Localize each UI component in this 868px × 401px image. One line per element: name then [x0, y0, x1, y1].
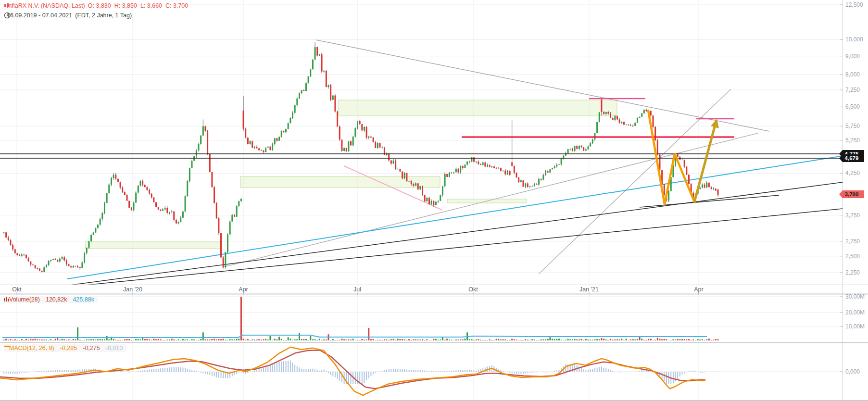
chart-canvas[interactable] — [0, 0, 868, 401]
volume-bar — [326, 339, 327, 340]
black-uptrend-main — [66, 182, 843, 286]
macd-hist-bar — [612, 371, 613, 372]
candle — [171, 212, 173, 212]
volume-bar — [198, 340, 200, 340]
candle — [534, 184, 535, 186]
time-tick-label[interactable]: Jan '20 — [123, 286, 142, 293]
volume-bar — [316, 340, 318, 340]
candle — [464, 164, 465, 168]
candle — [397, 169, 399, 169]
volume-bar — [547, 339, 549, 340]
candle — [164, 208, 166, 209]
candle — [547, 171, 549, 173]
time-tick-label[interactable]: Apr — [694, 286, 703, 293]
volume-bar — [366, 339, 367, 340]
candle — [426, 198, 428, 201]
candle — [296, 99, 298, 105]
candle — [133, 203, 135, 211]
volume-bar — [321, 340, 323, 340]
candle — [415, 183, 416, 186]
macd-legend[interactable]: MACD(12, 26, 9) -0,285 -0,275 -0,010 — [4, 344, 126, 352]
macd-hist-bar — [518, 372, 519, 374]
volume-bar — [250, 340, 251, 340]
volume-bar — [708, 338, 710, 340]
volume-legend[interactable]: Volume(28) 120,82k 425,88k — [4, 296, 98, 303]
volume-bar — [41, 339, 43, 340]
candle — [305, 83, 307, 91]
time-tick-label[interactable]: Okt — [468, 286, 478, 293]
candle — [487, 165, 488, 166]
volume-bar — [621, 339, 622, 340]
macd-hist-bar — [713, 372, 714, 372]
candle — [191, 161, 193, 168]
volume-bar — [90, 339, 92, 340]
volume-bar — [469, 339, 470, 340]
candle — [126, 195, 128, 201]
volume-bar — [288, 337, 289, 340]
candle — [43, 267, 45, 272]
volume-bar — [334, 340, 336, 340]
macd-hist-bar — [174, 367, 175, 372]
candle — [634, 123, 636, 125]
macd-hist-bar — [355, 372, 356, 384]
time-tick-label[interactable]: Okt — [12, 286, 21, 293]
macd-hist-bar — [556, 370, 557, 372]
time-tick-label[interactable]: Jul — [353, 286, 361, 293]
range-legend[interactable]: 16.09.2019 - 07.04.2021 (EDT, 2 Jahre, 1… — [4, 12, 132, 19]
time-tick-label[interactable]: Apr — [239, 286, 248, 293]
macd-hist-bar — [615, 372, 616, 372]
candle — [438, 201, 439, 202]
volume-bar — [607, 340, 609, 340]
macd-hist-bar — [52, 370, 53, 372]
macd-hist-bar — [75, 370, 76, 372]
volume-bar — [648, 339, 649, 340]
volume-bar — [35, 339, 36, 340]
candle — [88, 241, 89, 248]
candle — [75, 266, 76, 266]
volume-bar — [48, 340, 50, 340]
candle — [677, 154, 679, 157]
macd-hist-bar — [623, 372, 624, 372]
volume-bar — [686, 339, 687, 340]
candle — [643, 110, 645, 113]
instrument-legend[interactable]: InflaRX N.V. (NASDAQ, Last) O: 3,830 H: … — [4, 2, 188, 9]
volume-bar — [73, 339, 74, 340]
macd-hist-bar — [413, 370, 414, 372]
macd-hist-bar — [169, 367, 170, 372]
macd-hist-bar — [357, 372, 358, 384]
candle — [491, 166, 492, 167]
volume-bar — [619, 339, 620, 340]
volume-bar — [180, 340, 181, 340]
macd-hist-bar — [305, 369, 306, 372]
macd-hist-bar — [554, 371, 555, 372]
blue-uptrend — [67, 156, 843, 279]
candle — [120, 182, 121, 188]
candle — [12, 245, 13, 249]
time-tick-label[interactable]: Jan '21 — [579, 286, 599, 293]
volume-bar — [66, 340, 67, 340]
volume-bar — [561, 340, 562, 340]
macd-hist-bar — [662, 372, 663, 379]
candle — [569, 149, 571, 150]
candle — [247, 138, 249, 144]
pink-descending — [344, 166, 442, 210]
volume-bar — [225, 340, 226, 340]
volume-bar — [8, 339, 9, 340]
macd-hist-bar — [406, 370, 407, 372]
macd-hist-bar — [688, 371, 689, 372]
macd-hist-bar — [433, 371, 434, 372]
volume-bar — [153, 339, 154, 340]
candle — [641, 113, 642, 117]
macd-hist-bar — [187, 369, 188, 372]
candle — [104, 203, 105, 213]
volume-bar — [120, 340, 121, 340]
volume-bar — [453, 340, 454, 340]
volume-bar — [493, 340, 495, 340]
macd-hist-bar — [136, 371, 137, 372]
volume-bar — [52, 340, 54, 340]
candle — [146, 187, 148, 190]
macd-hist-bar — [147, 370, 148, 372]
volume-bar — [699, 339, 701, 340]
candle — [350, 141, 352, 146]
candle — [223, 258, 224, 267]
